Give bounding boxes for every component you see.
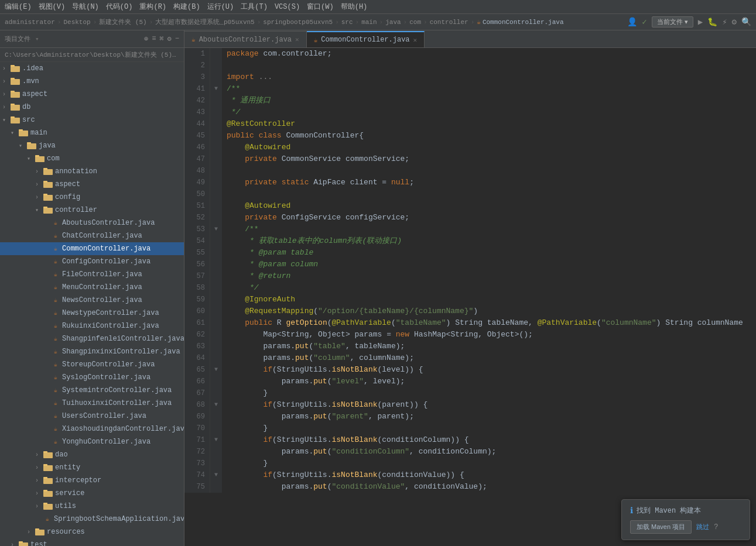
maven-skip-link[interactable]: 跳过 — [696, 523, 709, 531]
sidebar-item-TuihuoxinxiController[interactable]: ☕TuihuoxinxiController.java — [0, 397, 184, 410]
java-file-icon: ☕ — [52, 270, 60, 279]
sidebar-item-controller[interactable]: ▾controller — [0, 204, 184, 217]
menu-item-window[interactable]: 窗口(W) — [307, 2, 334, 12]
sidebar-item-utils[interactable]: ›utils — [0, 500, 184, 513]
sidebar-item-aspect2[interactable]: ›aspect — [0, 178, 184, 191]
line-gutter[interactable]: ▼ — [210, 399, 222, 411]
sidebar-item-com[interactable]: ▾com — [0, 152, 184, 165]
breadcrumb-admin[interactable]: administrator — [5, 19, 55, 26]
tab-aboutus[interactable]: ☕ AboutusController.java ✕ — [184, 31, 307, 47]
coverage-icon[interactable]: ⚡ — [722, 17, 727, 27]
debug-icon[interactable]: 🐛 — [707, 17, 717, 27]
sidebar-item-ShangpinxinxiController[interactable]: ☕ShangpinxinxiController.java — [0, 345, 184, 358]
sidebar-item-CommonController[interactable]: ☕CommonController.java — [0, 242, 184, 255]
sidebar-item-label: RukuinxiController.java — [62, 322, 159, 330]
menu-item-build[interactable]: 构建(B) — [173, 2, 200, 12]
sidebar-item-UsersController[interactable]: ☕UsersController.java — [0, 410, 184, 423]
code-line: 54 * 获取table表中的column列表(联动接口) — [184, 235, 756, 247]
line-gutter — [210, 446, 222, 458]
maven-load-button[interactable]: 加载 Maven 项目 — [630, 520, 692, 534]
line-gutter[interactable]: ▼ — [210, 224, 222, 235]
line-content: package com.controller; — [222, 48, 331, 60]
breadcrumb-project[interactable]: 大型超市数据处理系统_p05uxvn5 — [155, 18, 254, 26]
menu-item-run[interactable]: 运行(U) — [207, 2, 234, 12]
current-file-button[interactable]: 当前文件 ▾ — [652, 16, 693, 28]
sidebar-item-aspect[interactable]: ›aspect — [0, 88, 184, 101]
sidebar-item-StoreupController[interactable]: ☕StoreupController.java — [0, 358, 184, 371]
breadcrumb-folder5[interactable]: 新建文件夹 (5) — [99, 18, 146, 26]
settings-icon[interactable]: ⚙ — [732, 17, 737, 27]
breadcrumb-src[interactable]: src — [341, 19, 353, 26]
sidebar-item-idea[interactable]: ›.idea — [0, 62, 184, 75]
menu-item-edit[interactable]: 编辑(E) — [5, 2, 32, 12]
sidebar-item-FileController[interactable]: ☕FileController.java — [0, 268, 184, 281]
sidebar-item-service[interactable]: ›service — [0, 487, 184, 500]
sidebar-item-annotation[interactable]: ›annotation — [0, 165, 184, 178]
sidebar-item-RukuinxiController[interactable]: ☕RukuinxiController.java — [0, 320, 184, 332]
code-line: 64 params.put("column", columnName); — [184, 352, 756, 364]
menu-item-vcs[interactable]: VCS(S) — [275, 3, 300, 11]
tab-common[interactable]: ☕ CommonController.java ✕ — [307, 31, 425, 47]
line-gutter — [210, 177, 222, 188]
menu-item-nav[interactable]: 导航(N) — [72, 2, 99, 12]
code-editor[interactable]: 1package com.controller;23import ...41▼/… — [184, 48, 756, 546]
code-line: 48 — [184, 165, 756, 177]
breadcrumb-java[interactable]: java — [385, 19, 401, 26]
sidebar-item-AboutusController[interactable]: ☕AboutusController.java — [0, 217, 184, 229]
folder-icon — [43, 476, 53, 485]
sidebar-icon-settings[interactable]: ⚙ — [167, 35, 172, 43]
breadcrumb-main[interactable]: main — [361, 19, 377, 26]
run-icon[interactable]: ▶ — [698, 17, 703, 27]
sidebar-item-SyslogController[interactable]: ☕SyslogController.java — [0, 371, 184, 384]
breadcrumb-com[interactable]: com — [409, 19, 421, 26]
sidebar-item-MenuController[interactable]: ☕MenuController.java — [0, 281, 184, 294]
sidebar-item-ConfigController[interactable]: ☕ConfigController.java — [0, 255, 184, 268]
line-gutter[interactable]: ▼ — [210, 364, 222, 376]
sidebar-item-ChatController[interactable]: ☕ChatController.java — [0, 229, 184, 242]
svg-rect-30 — [43, 491, 53, 497]
maven-help-icon[interactable]: ? — [714, 523, 718, 531]
sidebar-item-entity[interactable]: ›entity — [0, 461, 184, 474]
menu-item-refactor[interactable]: 重构(R) — [139, 2, 166, 12]
tab-common-close[interactable]: ✕ — [413, 36, 418, 44]
sidebar-item-src[interactable]: ▾src — [0, 114, 184, 126]
breadcrumb-spring[interactable]: springbootp05uxvn5 — [263, 19, 333, 26]
line-gutter[interactable]: ▼ — [210, 434, 222, 446]
sidebar-item-config[interactable]: ›config — [0, 191, 184, 204]
sidebar-item-java[interactable]: ▾java — [0, 139, 184, 152]
line-number: 51 — [184, 200, 210, 212]
breadcrumb-desktop[interactable]: Desktop — [63, 19, 90, 26]
sidebar-item-resources[interactable]: ›resources — [0, 526, 184, 538]
sidebar-icon-minimize[interactable]: − — [175, 35, 179, 43]
sidebar-item-SystemintroController[interactable]: ☕SystemintroController.java — [0, 384, 184, 397]
sidebar-item-label: main — [30, 129, 47, 137]
line-gutter[interactable]: ▼ — [210, 83, 222, 95]
sidebar-item-mvn[interactable]: ›.mvn — [0, 75, 184, 88]
sidebar-item-XiaoshoudingdanController[interactable]: ☕XiaoshoudingdanController.java — [0, 423, 184, 435]
sidebar-icon-locate[interactable]: ⊕ — [144, 35, 148, 43]
sidebar-item-dao[interactable]: ›dao — [0, 448, 184, 461]
line-gutter[interactable]: ▼ — [210, 469, 222, 481]
sidebar-icon-filter[interactable]: ⌘ — [159, 35, 163, 43]
sidebar-item-SpringbootSchemaApp[interactable]: ☕SpringbootSchemaApplication.java — [0, 513, 184, 526]
breadcrumb-file[interactable]: ☕CommonController.java — [477, 18, 563, 26]
sidebar-icon-collapse[interactable]: ≡ — [152, 35, 156, 43]
breadcrumb-controller[interactable]: controller — [430, 19, 468, 26]
menu-item-view[interactable]: 视图(V) — [39, 2, 66, 12]
sidebar-item-label: aspect — [22, 90, 47, 98]
sidebar-item-NewstypeController[interactable]: ☕NewstypeController.java — [0, 307, 184, 320]
search-icon[interactable]: 🔍 — [741, 17, 751, 27]
menu-item-help[interactable]: 帮助(H) — [341, 2, 368, 12]
sidebar-item-YonghuController[interactable]: ☕YonghuController.java — [0, 435, 184, 448]
line-number: 55 — [184, 247, 210, 259]
menu-item-tools[interactable]: 工具(T) — [241, 2, 268, 12]
sidebar-item-test[interactable]: ›test — [0, 538, 184, 546]
sidebar-item-db[interactable]: ›db — [0, 101, 184, 114]
sidebar-item-NewsController[interactable]: ☕NewsController.java — [0, 294, 184, 307]
sidebar-item-interceptor[interactable]: ›interceptor — [0, 474, 184, 487]
menu-item-code[interactable]: 代码(O) — [106, 2, 133, 12]
tab-aboutus-close[interactable]: ✕ — [295, 36, 299, 43]
line-content: * @param column — [222, 259, 318, 270]
sidebar-item-main[interactable]: ▾main — [0, 126, 184, 139]
sidebar-item-ShangpinfenleiController[interactable]: ☕ShangpinfenleiController.java — [0, 332, 184, 345]
